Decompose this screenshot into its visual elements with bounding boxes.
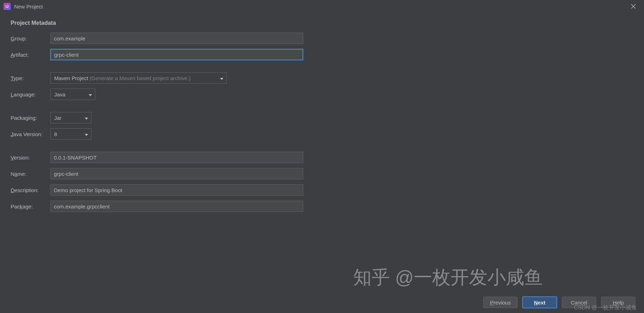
intellij-icon: IJ [4,3,11,10]
svg-marker-5 [85,134,88,136]
group-input[interactable] [50,33,303,44]
type-hint: (Generate a Maven based project archive.… [90,75,191,81]
row-java-version: Java Version: 8 [11,128,633,140]
row-type: Type: Maven Project (Generate a Maven ba… [11,72,633,84]
description-input[interactable] [50,184,303,196]
close-button[interactable] [626,1,640,12]
package-input[interactable] [50,201,303,212]
svg-marker-3 [89,94,92,96]
watermark-zhihu: 知乎 @一枚开发小咸鱼 [353,265,543,290]
row-version: Version: [11,152,633,163]
label-version: Version: [11,155,50,161]
language-combobox[interactable]: Java [50,89,95,100]
chevron-down-icon [220,75,224,81]
section-header: Project Metadata [11,20,633,26]
label-packaging: Packaging: [11,115,50,121]
next-button[interactable]: Next [522,297,557,308]
title-bar: IJ New Project [0,0,644,13]
svg-marker-2 [220,78,224,80]
artifact-input[interactable] [50,49,303,60]
java-version-value: 8 [54,131,57,137]
content-area: Project Metadata Group: Artifact: Type: … [0,13,644,224]
label-group: Group: [11,35,50,41]
previous-button[interactable]: Previous [483,297,518,308]
chevron-down-icon [85,131,88,137]
row-group: Group: [11,33,633,44]
java-version-combobox[interactable]: 8 [50,128,91,140]
button-bar: Previous Next Cancel Help [483,297,635,308]
version-input[interactable] [50,152,303,163]
close-icon [631,4,636,9]
label-language: Language: [11,91,50,97]
type-combobox[interactable]: Maven Project (Generate a Maven based pr… [50,72,227,84]
row-description: Description: [11,184,633,196]
row-artifact: Artifact: [11,49,633,60]
label-type: Type: [11,75,50,81]
help-button[interactable]: Help [601,297,635,308]
label-name: Name: [11,171,50,177]
chevron-down-icon [89,91,92,97]
packaging-combobox[interactable]: Jar [50,112,91,123]
window-title: New Project [14,4,43,10]
label-package: Package: [11,203,50,209]
packaging-value: Jar [54,115,62,121]
svg-marker-4 [85,118,88,120]
row-language: Language: Java [11,89,633,100]
row-packaging: Packaging: Jar [11,112,633,123]
label-description: Description: [11,187,50,193]
cancel-button[interactable]: Cancel [562,297,596,308]
row-package: Package: [11,201,633,212]
row-name: Name: [11,168,633,179]
chevron-down-icon [85,115,88,121]
label-artifact: Artifact: [11,52,50,58]
label-java-version: Java Version: [11,131,50,137]
type-value: Maven Project [54,75,88,81]
language-value: Java [54,91,66,97]
name-input[interactable] [50,168,303,179]
